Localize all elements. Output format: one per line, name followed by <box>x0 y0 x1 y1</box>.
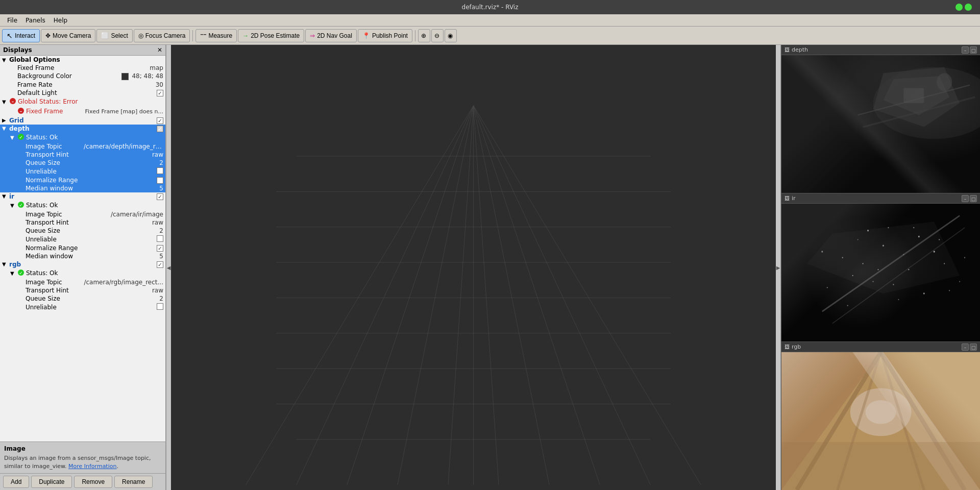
depth-unreliable-row[interactable]: Unreliable <box>0 167 165 176</box>
grid-checkbox[interactable]: ✓ <box>157 117 165 124</box>
ir-normalize-value[interactable]: ✓ <box>157 244 165 252</box>
ir-panel-maximize[interactable]: □ <box>970 195 977 202</box>
view-button[interactable]: ◉ <box>445 29 457 42</box>
ir-row[interactable]: ▼ ir ✓ <box>0 192 165 201</box>
svg-rect-31 <box>781 55 980 193</box>
depth-normalize-value[interactable]: ✓ <box>157 177 165 184</box>
svg-point-43 <box>908 269 909 270</box>
svg-point-56 <box>939 239 940 240</box>
remove-button[interactable]: Remove <box>74 476 112 488</box>
depth-median-row[interactable]: Median window 5 <box>0 184 165 192</box>
ir-checkbox[interactable]: ✓ <box>157 193 165 200</box>
default-light-checkbox[interactable]: ✓ <box>157 90 163 96</box>
ir-image-topic-row[interactable]: Image Topic /camera/ir/image <box>0 210 165 218</box>
displays-tree[interactable]: ▼ Global Options Fixed Frame map Backgro… <box>0 56 165 442</box>
depth-queue-size-row[interactable]: Queue Size 2 <box>0 159 165 167</box>
zoom-in-button[interactable]: ⊕ <box>418 29 430 42</box>
default-light-label: Default Light <box>17 89 157 96</box>
frame-rate-row[interactable]: Frame Rate 30 <box>0 81 165 89</box>
depth-checkbox[interactable]: ✓ <box>157 125 165 132</box>
rgb-transport-row[interactable]: Transport Hint raw <box>0 286 165 295</box>
grid-label: Grid <box>9 117 157 124</box>
rgb-transport-value: raw <box>152 287 165 294</box>
global-status-error-icon: – <box>9 97 16 106</box>
main-layout: Displays ✕ ▼ Global Options Fixed Frame … <box>0 45 980 490</box>
ir-status-row[interactable]: ▼ ✓ Status: Ok <box>0 201 165 210</box>
depth-transport-hint-row[interactable]: Transport Hint raw <box>0 151 165 159</box>
collapse-handle-right[interactable]: ▶ <box>776 45 781 490</box>
depth-image-topic-value: /camera/depth/image_raw <box>84 143 165 150</box>
depth-status-label: Status: Ok <box>26 134 165 141</box>
depth-normalize-row[interactable]: Normalize Range ✓ <box>0 176 165 184</box>
ir-normalize-row[interactable]: Normalize Range ✓ <box>0 244 165 252</box>
measure-button[interactable]: ⁻⁻ Measure <box>195 29 237 42</box>
rgb-unreliable-row[interactable]: Unreliable <box>0 303 165 312</box>
grid-row[interactable]: ▶ Grid ✓ <box>0 116 165 125</box>
depth-image-topic-row[interactable]: Image Topic /camera/depth/image_raw <box>0 142 165 151</box>
ir-transport-hint-row[interactable]: Transport Hint raw <box>0 218 165 227</box>
rgb-queue-row[interactable]: Queue Size 2 <box>0 295 165 303</box>
rgb-panel-label: rgb <box>792 344 801 350</box>
rgb-checkbox[interactable]: ✓ <box>157 261 165 268</box>
rgb-row[interactable]: ▼ rgb ✓ <box>0 260 165 268</box>
depth-label: depth <box>9 125 157 132</box>
rgb-panel-minimize[interactable]: – <box>962 344 969 351</box>
bg-color-row[interactable]: Background Color 48; 48; 48 <box>0 72 165 81</box>
ir-median-row[interactable]: Median window 5 <box>0 252 165 260</box>
depth-unreliable-value[interactable] <box>157 167 165 176</box>
rgb-image-display <box>781 352 980 490</box>
menu-help[interactable]: Help <box>50 16 71 25</box>
info-more-link[interactable]: More Information <box>68 463 116 470</box>
3d-viewport[interactable] <box>171 45 776 490</box>
interact-icon: ↖ <box>7 32 13 40</box>
svg-line-33 <box>858 85 970 115</box>
svg-line-72 <box>881 352 965 490</box>
depth-status-row[interactable]: ▼ ✓ Status: Ok <box>0 133 165 142</box>
interact-button[interactable]: ↖ Interact <box>2 29 40 42</box>
svg-point-52 <box>847 305 848 306</box>
depth-panel-minimize[interactable]: – <box>962 46 969 54</box>
status-circle-1 <box>955 4 963 11</box>
depth-median-label: Median window <box>26 185 159 192</box>
displays-close-icon[interactable]: ✕ <box>157 46 162 54</box>
ir-unreliable-value[interactable] <box>157 235 165 243</box>
svg-text:–: – <box>20 109 22 114</box>
focus-camera-button[interactable]: ◎ Focus Camera <box>134 29 190 42</box>
fixed-frame-row[interactable]: Fixed Frame map <box>0 64 165 72</box>
global-status-fixed-frame-row[interactable]: – Fixed Frame Fixed Frame [map] does n..… <box>0 107 165 116</box>
nav-goal-button[interactable]: ⇒ 2D Nav Goal <box>305 29 357 42</box>
bg-color-label: Background Color <box>17 72 121 80</box>
rgb-image-topic-row[interactable]: Image Topic /camera/rgb/image_rect... <box>0 278 165 286</box>
svg-point-50 <box>888 227 889 228</box>
pose-estimate-button[interactable]: → 2D Pose Estimate <box>238 29 304 42</box>
collapse-handle-left[interactable]: ◀ <box>166 45 171 490</box>
svg-point-63 <box>821 251 823 253</box>
publish-point-button[interactable]: 📍 Publish Point <box>358 29 412 42</box>
add-button[interactable]: Add <box>3 476 29 488</box>
move-camera-button[interactable]: ✥ Move Camera <box>41 29 95 42</box>
ir-unreliable-row[interactable]: Unreliable <box>0 235 165 244</box>
menu-file[interactable]: File <box>3 16 21 25</box>
menubar: File Panels Help <box>0 14 980 27</box>
duplicate-button[interactable]: Duplicate <box>31 476 72 488</box>
menu-panels[interactable]: Panels <box>21 16 50 25</box>
ir-arrow: ▼ <box>2 193 9 199</box>
ir-image-content <box>781 204 980 341</box>
rgb-status-row[interactable]: ▼ ✓ Status: Ok <box>0 268 165 278</box>
svg-point-48 <box>827 287 828 288</box>
depth-row[interactable]: ▼ depth ✓ <box>0 125 165 133</box>
bottom-buttons: Add Duplicate Remove Rename <box>0 473 165 490</box>
rgb-panel-maximize[interactable]: □ <box>970 344 977 351</box>
global-options-row[interactable]: ▼ Global Options <box>0 56 165 64</box>
bg-color-swatch[interactable] <box>121 73 129 80</box>
center-viewport[interactable] <box>171 45 776 490</box>
ir-queue-row[interactable]: Queue Size 2 <box>0 227 165 235</box>
global-status-row[interactable]: ▼ – Global Status: Error <box>0 97 165 107</box>
default-light-row[interactable]: Default Light ✓ <box>0 89 165 97</box>
rename-button[interactable]: Rename <box>114 476 153 488</box>
ir-panel-minimize[interactable]: – <box>962 195 969 202</box>
rgb-unreliable-value[interactable] <box>157 303 165 311</box>
depth-panel-maximize[interactable]: □ <box>970 46 977 54</box>
zoom-out-button[interactable]: ⊖ <box>431 29 444 42</box>
select-button[interactable]: ⬜ Select <box>96 29 132 42</box>
